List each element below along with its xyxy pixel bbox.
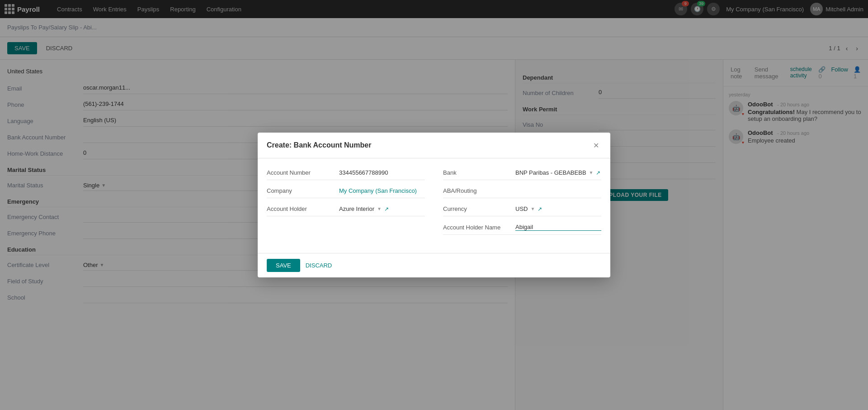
modal-save-button[interactable]: SAVE: [267, 259, 300, 272]
modal-bank-label: Bank: [443, 169, 515, 176]
bank-account-modal: Create: Bank Account Number ✕ Account Nu…: [258, 133, 610, 277]
aba-input[interactable]: [515, 187, 601, 194]
bank-arrow: ▼: [589, 170, 594, 175]
account-holder-ext-link[interactable]: ↗: [384, 206, 389, 212]
modal-currency-field: Currency USD ▼ ↗: [443, 205, 601, 216]
modal-account-holder-name-label: Account Holder Name: [443, 224, 515, 231]
modal-account-holder-field: Account Holder Azure Interior ▼ ↗: [267, 205, 425, 216]
currency-arrow: ▼: [530, 206, 535, 211]
modal-account-holder-name-value[interactable]: [515, 224, 601, 231]
modal-right-column: Bank BNP Paribas - GEBABEBB ▼ ↗ ABA/Rout…: [443, 169, 601, 242]
modal-grid: Account Number Company My Company (San F…: [267, 169, 601, 242]
modal-company-label: Company: [267, 187, 339, 194]
modal-account-holder-name-field: Account Holder Name: [443, 224, 601, 235]
company-link[interactable]: My Company (San Francisco): [339, 187, 417, 194]
currency-ext-link[interactable]: ↗: [538, 206, 542, 212]
account-holder-text: Azure Interior: [339, 205, 374, 212]
modal-aba-value[interactable]: [515, 187, 601, 194]
account-number-input[interactable]: [339, 169, 425, 176]
modal-company-field: Company My Company (San Francisco): [267, 187, 425, 198]
modal-currency-value[interactable]: USD ▼ ↗: [515, 205, 601, 212]
account-holder-name-input[interactable]: [515, 224, 601, 231]
modal-close-button[interactable]: ✕: [590, 140, 601, 151]
account-holder-arrow: ▼: [377, 206, 382, 211]
modal-footer: SAVE DISCARD: [258, 253, 610, 277]
modal-bank-field: Bank BNP Paribas - GEBABEBB ▼ ↗: [443, 169, 601, 180]
currency-text: USD: [515, 205, 528, 212]
modal-header: Create: Bank Account Number ✕: [258, 133, 610, 158]
modal-account-number-value[interactable]: [339, 169, 425, 176]
modal-bank-value[interactable]: BNP Paribas - GEBABEBB ▼ ↗: [515, 169, 601, 176]
modal-account-number-field: Account Number: [267, 169, 425, 180]
modal-title: Create: Bank Account Number: [267, 141, 371, 149]
modal-body: Account Number Company My Company (San F…: [258, 158, 610, 253]
bank-text: BNP Paribas - GEBABEBB: [515, 169, 586, 176]
modal-aba-label: ABA/Routing: [443, 187, 515, 194]
modal-left-column: Account Number Company My Company (San F…: [267, 169, 425, 242]
modal-aba-field: ABA/Routing: [443, 187, 601, 198]
modal-company-value: My Company (San Francisco): [339, 187, 425, 194]
modal-currency-label: Currency: [443, 205, 515, 212]
modal-overlay[interactable]: Create: Bank Account Number ✕ Account Nu…: [0, 0, 868, 410]
modal-account-number-label: Account Number: [267, 169, 339, 176]
modal-account-holder-value[interactable]: Azure Interior ▼ ↗: [339, 205, 425, 212]
modal-account-holder-label: Account Holder: [267, 205, 339, 212]
bank-ext-link[interactable]: ↗: [596, 170, 600, 176]
modal-discard-button[interactable]: DISCARD: [306, 262, 332, 269]
